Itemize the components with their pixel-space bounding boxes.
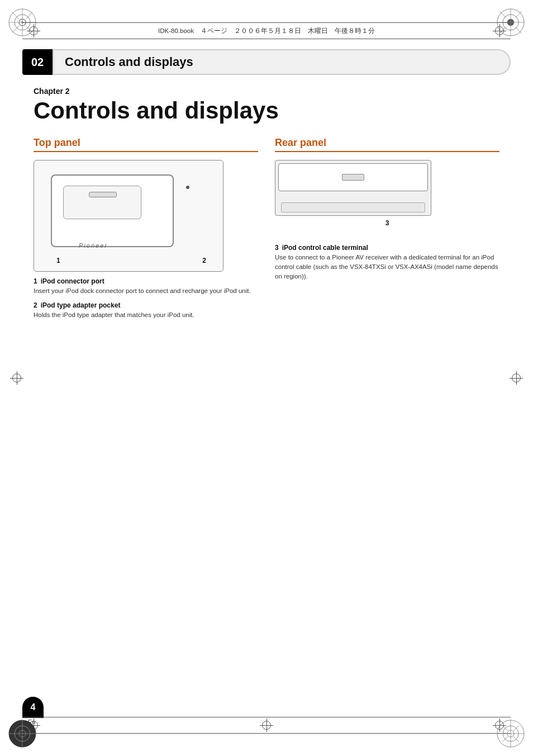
rear-port [342, 174, 364, 181]
chapter-header: 02 Controls and displays [22, 49, 511, 75]
pioneer-logo-diagram: Pioneer [79, 242, 108, 249]
desc-text-1: Insert your iPod dock connector port to … [34, 286, 258, 296]
corner-decoration-bottom-right [494, 717, 527, 750]
desc-text-2: Holds the iPod type adapter that matches… [34, 310, 258, 320]
diagram-dot [186, 186, 189, 189]
desc-title-2: iPod type adapter pocket [41, 301, 121, 309]
bottom-bar [22, 717, 511, 734]
desc-title-3: iPod control cable terminal [282, 244, 368, 252]
top-panel-section: Top panel Pioneer 1 2 [34, 137, 258, 325]
desc-title-1: iPod connector port [41, 277, 104, 285]
desc-item-2: 2 iPod type adapter pocket Holds the iPo… [34, 301, 258, 320]
top-panel-heading: Top panel [34, 137, 258, 152]
desc-text-3: Use to connect to a Pioneer AV receiver … [275, 253, 499, 281]
chapter-number: 02 [22, 49, 53, 75]
ipod-dock-outer [51, 174, 174, 247]
desc-item-1: 1 iPod connector port Insert your iPod d… [34, 277, 258, 296]
corner-decoration-bottom-left [6, 717, 39, 750]
header-bar: IDK-80.book ４ページ ２００６年５月１８日 木曜日 午後８時１分 [22, 22, 511, 39]
crosshair-bottom-center [260, 719, 273, 732]
rear-panel-diagram-container: 3 [275, 160, 499, 227]
two-column-layout: Top panel Pioneer 1 2 [34, 137, 499, 325]
crosshair-left [27, 24, 40, 37]
desc-num-2: 2 [34, 301, 37, 309]
chapter-title-pill: Controls and displays [53, 49, 511, 75]
chapter-big-title: Controls and displays [34, 98, 499, 124]
chapter-label: Chapter 2 [34, 87, 499, 96]
rear-base [281, 202, 425, 212]
rear-panel-heading: Rear panel [275, 137, 499, 152]
top-panel-diagram: Pioneer 1 2 [34, 160, 223, 272]
diagram-num-2: 2 [202, 257, 206, 264]
ipod-dock-inner [63, 186, 141, 219]
number-line-3 [353, 215, 354, 216]
main-content: Chapter 2 Controls and displays Top pane… [34, 87, 499, 325]
crosshair-mid-right [510, 371, 523, 385]
crosshair-mid-left [10, 371, 23, 385]
rear-panel-section: Rear panel 3 3 iPod control cable termin… [275, 137, 499, 325]
chapter-title: Controls and displays [65, 55, 193, 69]
ipod-connector [89, 192, 117, 197]
rear-device-top [278, 163, 428, 191]
page-number: 4 [31, 702, 36, 712]
diagram-num-1: 1 [56, 257, 60, 264]
page-number-box: 4 [22, 697, 44, 718]
desc-num-1: 1 [34, 277, 37, 285]
desc-item-3: 3 iPod control cable terminal Use to con… [275, 244, 499, 281]
rear-panel-diagram [275, 160, 431, 216]
header-book-info: IDK-80.book ４ページ ２００６年５月１８日 木曜日 午後８時１分 [47, 27, 486, 35]
desc-num-3: 3 [275, 244, 279, 252]
crosshair-right [493, 24, 506, 37]
diagram-num-3: 3 [275, 219, 499, 227]
